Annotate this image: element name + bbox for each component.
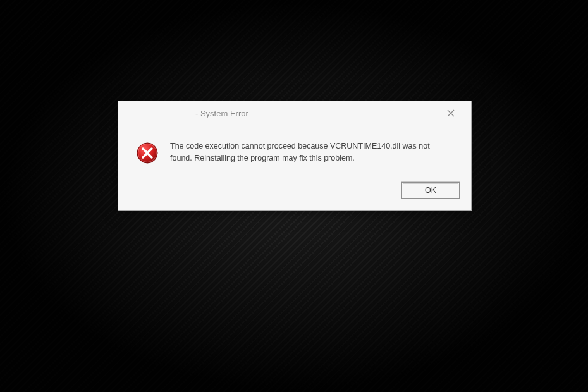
dialog-title: - System Error (132, 109, 248, 118)
dialog-message: The code execution cannot proceed becaus… (170, 140, 453, 164)
button-row: OK (118, 176, 471, 210)
error-icon (136, 142, 159, 164)
system-error-dialog: - System Error (118, 101, 472, 211)
dialog-content: The code execution cannot proceed becaus… (118, 125, 471, 176)
close-icon (447, 109, 455, 117)
ok-button[interactable]: OK (401, 182, 460, 199)
close-button[interactable] (438, 104, 463, 123)
titlebar[interactable]: - System Error (118, 101, 471, 125)
